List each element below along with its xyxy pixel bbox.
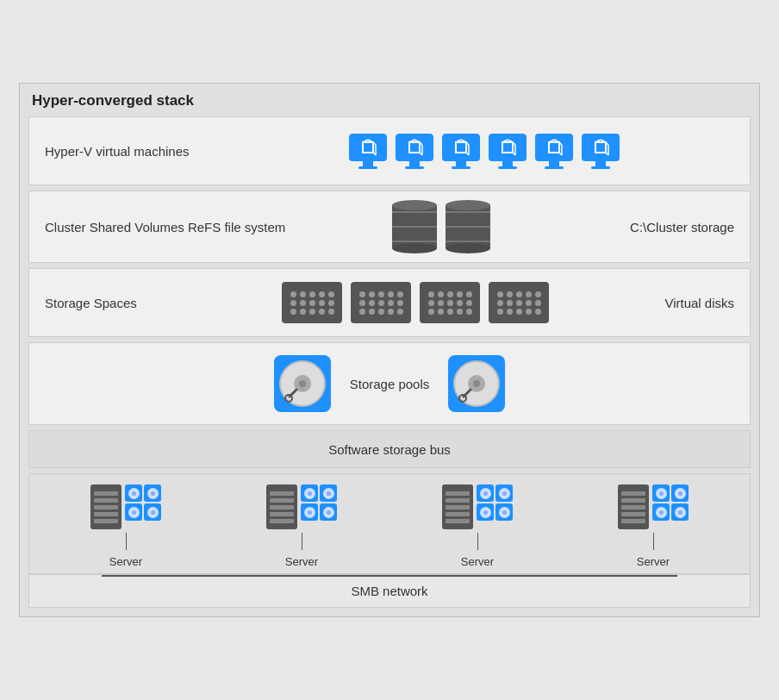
- mini-disk: [477, 503, 494, 521]
- jbod-dot: [309, 300, 315, 306]
- diagram-container: Hyper-converged stack Hyper-V virtual ma…: [19, 83, 760, 617]
- jbod-icon-1: [282, 282, 342, 323]
- svg-rect-7: [409, 142, 420, 153]
- server-slot: [270, 505, 294, 509]
- server-line-4: [653, 533, 654, 550]
- jbod-dot: [300, 291, 306, 297]
- storage-pools-label: Storage pools: [350, 377, 430, 391]
- jbod-dot: [447, 291, 453, 297]
- server-slot: [446, 491, 470, 496]
- db-icon-2: [446, 200, 490, 253]
- jbod-row-2: [290, 300, 334, 306]
- jbod-dot: [535, 309, 541, 315]
- jbod-row-2: [359, 300, 403, 306]
- jbod-dot: [290, 300, 296, 306]
- jbod-dot: [397, 309, 403, 315]
- server-slot: [270, 519, 294, 523]
- server-disks-2: [301, 484, 337, 521]
- storage-spaces-row: Storage Spaces: [28, 268, 751, 337]
- jbod-dot: [319, 309, 325, 315]
- jbod-dot: [497, 300, 503, 306]
- box-svg: [359, 139, 377, 156]
- jbod-dot: [466, 309, 472, 315]
- jbod-dot: [535, 300, 541, 306]
- jbod-dot: [309, 291, 315, 297]
- jbod-dot: [369, 291, 375, 297]
- mini-disk: [495, 484, 513, 502]
- server-slot: [270, 512, 294, 516]
- server-slot: [94, 491, 118, 496]
- monitor-icon-5: [535, 134, 573, 169]
- mini-disk: [320, 484, 337, 502]
- mini-disk: [144, 484, 161, 502]
- svg-point-40: [299, 380, 306, 387]
- mini-disk: [320, 503, 337, 521]
- smb-line: [102, 575, 678, 577]
- hyperv-label: Hyper-V virtual machines: [45, 144, 234, 159]
- jbod-dot: [397, 291, 403, 297]
- jbod-dot: [438, 309, 444, 315]
- software-bus-label: Software storage bus: [328, 442, 451, 457]
- jbod-dot: [526, 300, 532, 306]
- jbod-dot: [359, 291, 365, 297]
- jbod-dot: [428, 309, 434, 315]
- server-slot: [621, 519, 645, 523]
- server-block-3: [442, 484, 513, 529]
- server-disks-4: [652, 484, 689, 521]
- virtual-disks-label: Virtual disks: [596, 296, 734, 310]
- server-slot: [446, 519, 470, 523]
- monitor-icon-3: [442, 134, 480, 169]
- server-slot: [621, 505, 645, 509]
- svg-rect-25: [549, 142, 559, 153]
- server-label-2: Server: [285, 555, 318, 568]
- storage-pool-disk-icon-1: [272, 353, 333, 414]
- server-slot: [94, 512, 118, 516]
- svg-point-46: [473, 380, 480, 387]
- jbod-row-2: [497, 300, 541, 306]
- jbod-dot: [526, 291, 532, 297]
- jbod-dot: [290, 309, 296, 315]
- jbod-dot: [388, 291, 394, 297]
- mini-disk: [144, 503, 161, 521]
- jbod-dot: [507, 309, 513, 315]
- mini-disk: [671, 484, 689, 502]
- jbod-dot: [388, 300, 394, 306]
- jbod-row-3: [428, 309, 472, 315]
- mini-disk: [301, 503, 318, 521]
- server-tower-4: [618, 484, 649, 529]
- jbod-dot: [328, 309, 334, 315]
- jbod-row-3: [497, 309, 541, 315]
- jbod-dot: [388, 309, 394, 315]
- server-group-4: Server: [618, 484, 689, 568]
- csv-label: Cluster Shared Volumes ReFS file system: [45, 220, 285, 234]
- server-slot: [94, 519, 118, 523]
- jbod-dot: [457, 300, 463, 306]
- mini-disk: [671, 503, 689, 521]
- jbod-dot: [359, 300, 365, 306]
- server-line-1: [126, 533, 127, 550]
- jbod-dot: [290, 291, 296, 297]
- jbod-dot: [507, 291, 513, 297]
- software-bus-row: Software storage bus: [28, 430, 751, 468]
- jbod-row-2: [428, 300, 472, 306]
- csv-right-label: C:\Cluster storage: [596, 220, 734, 234]
- jbod-row-3: [359, 309, 403, 315]
- jbod-row-1: [359, 291, 403, 297]
- csv-row: Cluster Shared Volumes ReFS file system: [28, 191, 751, 263]
- server-label-3: Server: [461, 555, 494, 568]
- server-slot: [270, 498, 294, 503]
- server-slot: [446, 512, 470, 516]
- storage-pool-disk-icon-2: [446, 353, 507, 414]
- jbod-dot: [428, 300, 434, 306]
- jbod-icon-2: [351, 282, 411, 323]
- jbod-dot: [497, 291, 503, 297]
- jbod-dot: [428, 291, 434, 297]
- server-slot: [94, 498, 118, 503]
- server-slot: [621, 498, 645, 503]
- mini-disk: [125, 484, 142, 502]
- server-slot: [94, 505, 118, 509]
- csv-icons: [285, 200, 596, 253]
- jbod-dot: [378, 300, 384, 306]
- server-disks-1: [125, 484, 161, 521]
- jbod-dot: [516, 309, 522, 315]
